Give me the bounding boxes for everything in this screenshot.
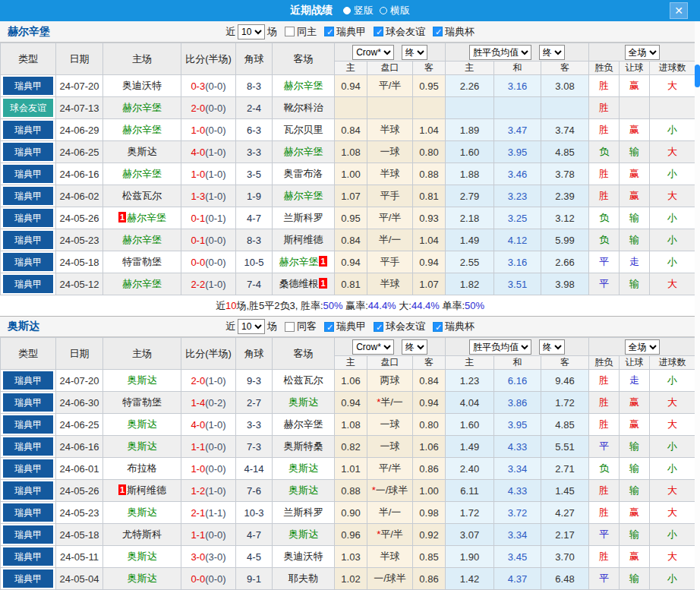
match-row: 瑞典甲24-06-01布拉格1-0(0-0)4-14奥斯达1.01平/半0.86…: [1, 458, 695, 480]
match-row: 瑞典甲24-05-18尤特斯科1-1(0-0)4-7奥斯达0.96*平/半0.9…: [1, 524, 695, 546]
handicap-cell: 平/半: [367, 207, 413, 229]
corner-score: 3-3: [236, 141, 273, 163]
close-icon[interactable]: ✕: [670, 2, 688, 19]
away-odds: 1.07: [413, 273, 446, 295]
home-odds: 0.88: [335, 480, 367, 502]
league-checkbox-friendly[interactable]: [374, 322, 383, 332]
avg-draw-odds: 3.95: [494, 141, 541, 163]
handicap-cell: 一球: [367, 141, 413, 163]
scrollbar-thumb[interactable]: [695, 65, 700, 87]
match-count-select[interactable]: 10: [238, 319, 265, 334]
league-checkbox-allsvenskan[interactable]: [324, 322, 334, 332]
result-group-header: 全场: [589, 43, 695, 62]
away-team-cell: 奥斯达: [273, 480, 335, 502]
league-type-tag: 瑞典甲: [3, 437, 53, 456]
full-time-score: 1-0: [191, 169, 205, 180]
result-handicap: 赢: [620, 119, 650, 141]
match-row: 瑞典甲24-06-16奥斯达1-1(0-0)7-3奥斯特桑0.82一球1.061…: [1, 436, 695, 458]
score-cell: 0-3(0-0): [181, 75, 236, 97]
match-row: 瑞典甲24-06-02松兹瓦尔1-3(1-0)1-9赫尔辛堡1.07平手0.81…: [1, 185, 695, 207]
avg-home-odds: 1.23: [446, 370, 494, 392]
league-type-tag: 瑞典甲: [3, 121, 53, 139]
avg-home-odds: 1.89: [446, 119, 494, 141]
home-team-cell: 奥斯达: [103, 436, 181, 458]
scope-select[interactable]: 全场: [625, 45, 660, 60]
match-count-select[interactable]: 10: [238, 24, 265, 39]
corner-score: 9-1: [236, 568, 273, 590]
league-type-cell: 瑞典甲: [1, 458, 56, 480]
league-checkbox-cup[interactable]: [433, 27, 443, 36]
full-time-score: 1-2: [191, 485, 205, 497]
league-type-tag: 球会友谊: [3, 99, 53, 117]
score-cell: 0-0(0-0): [181, 251, 236, 273]
half-time-score: (0-0): [205, 125, 225, 136]
layout-radio-horizontal[interactable]: 横版: [380, 4, 410, 17]
layout-radio-vertical[interactable]: 竖版: [343, 4, 374, 17]
radio-horizontal-label: 横版: [390, 4, 410, 17]
result-goals: 大: [650, 141, 695, 163]
bookmaker-select[interactable]: Crow*: [352, 45, 394, 60]
scope-select[interactable]: 全场: [625, 339, 660, 355]
summary-segment: 44.4%: [411, 300, 440, 311]
home-team-name: 特雷勒堡: [122, 396, 162, 408]
away-team-cell: 奥斯特桑: [273, 436, 335, 458]
match-row: 瑞典甲24-05-261赫尔辛堡0-1(0-1)4-7兰斯科罗0.95平/半0.…: [1, 207, 695, 229]
avg-away-odds: 3.08: [541, 75, 589, 97]
avg-home-odds: 1.42: [446, 568, 494, 590]
avg-home-odds: 1.90: [446, 546, 494, 568]
odds-time-select[interactable]: 终: [402, 339, 427, 355]
score-cell: 0-0(0-0): [181, 568, 236, 590]
score-cell: 2-1(1-1): [181, 502, 236, 524]
league-type-tag: 瑞典甲: [3, 503, 53, 522]
avg-draw-odds: 3.34: [494, 524, 541, 546]
same-venue-label: 同主: [297, 25, 317, 39]
col-avg-away: 客: [541, 356, 589, 370]
odds-time-select[interactable]: 终: [402, 45, 427, 60]
red-card-badge: 1: [118, 212, 126, 222]
avg-type-select[interactable]: 胜平负均值: [469, 45, 531, 60]
avg-draw-odds: 3.25: [494, 207, 541, 229]
avg-time-select[interactable]: 终: [539, 339, 565, 355]
same-venue-checkbox[interactable]: [285, 322, 295, 332]
league-type-cell: 瑞典甲: [1, 480, 56, 502]
odds-group-header: Crow* 终: [335, 43, 446, 62]
score-cell: 1-0(0-0): [181, 119, 236, 141]
half-time-score: (0-0): [205, 463, 225, 475]
avg-draw-odds: 3.34: [494, 458, 541, 480]
scrollbar-track[interactable]: [695, 21, 700, 590]
half-time-score: (1-1): [205, 507, 225, 519]
match-row: 瑞典甲24-05-23赫尔辛堡0-1(0-0)8-3斯柯维德0.84半/一1.0…: [1, 229, 695, 251]
avg-type-select[interactable]: 胜平负均值: [469, 339, 531, 355]
result-winlose: 平: [589, 436, 620, 458]
result-handicap: 赢: [620, 502, 650, 524]
header-group-row: 类型 日期 主场 比分(半场) 角球 客场 Crow* 终 胜平负均值 终 全场: [1, 43, 695, 62]
bookmaker-select[interactable]: Crow*: [352, 339, 394, 355]
avg-away-odds: 5.99: [541, 229, 589, 251]
match-date: 24-05-26: [56, 480, 103, 502]
home-team-name: 奥斯达: [128, 440, 157, 452]
corner-score: 1-9: [236, 185, 273, 207]
avg-time-select[interactable]: 终: [539, 45, 565, 60]
full-time-score: 0-0: [191, 257, 205, 268]
avg-draw-odds: 4.12: [494, 229, 541, 251]
home-odds: 1.08: [335, 414, 367, 436]
score-cell: 1-3(1-0): [181, 185, 236, 207]
score-cell: 1-0(0-0): [181, 458, 236, 480]
away-odds: 0.92: [413, 524, 446, 546]
home-team-cell: 赫尔辛堡: [103, 273, 181, 295]
same-venue-checkbox[interactable]: [285, 27, 295, 36]
result-goals: 小: [650, 229, 695, 251]
result-handicap: 输: [620, 458, 650, 480]
col-type: 类型: [1, 43, 56, 75]
full-time-score: 0-3: [191, 80, 205, 92]
league-checkbox-allsvenskan[interactable]: [324, 27, 334, 36]
avg-away-odds: 6.48: [541, 568, 589, 590]
filter-bar: 近 10 场 同主 瑞典甲 球会友谊 瑞典杯: [225, 24, 475, 39]
odds-group-header: Crow* 终: [335, 338, 446, 356]
result-handicap: 输: [620, 273, 650, 295]
full-time-score: 1-3: [191, 191, 205, 202]
home-team-name: 赫尔辛堡: [122, 234, 162, 245]
league-checkbox-friendly[interactable]: [374, 27, 383, 36]
league-checkbox-cup[interactable]: [433, 322, 443, 332]
match-date: 24-07-20: [56, 75, 103, 97]
